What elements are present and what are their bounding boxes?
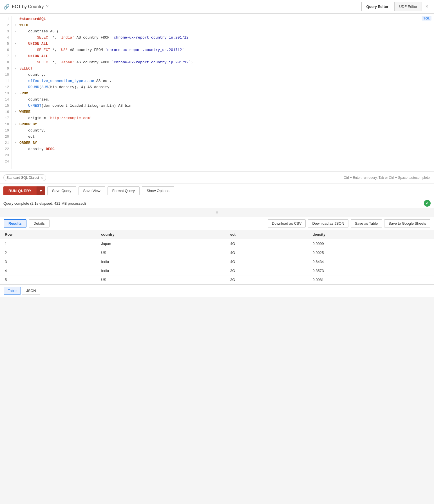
table-cell: India <box>97 266 226 275</box>
editor-container: SQL 123456789101112131415161718192021222… <box>0 14 434 172</box>
table-row: 1Japan4G0.9999 <box>0 239 434 248</box>
link-icon: 🔗 <box>3 4 10 10</box>
download-json-button[interactable]: Download as JSON <box>308 219 348 228</box>
fold-arrow-icon[interactable]: ▾ <box>15 140 18 146</box>
code-line: ▾WHERE <box>15 109 430 115</box>
help-icon[interactable]: ? <box>46 4 49 9</box>
save-to-sheets-button[interactable]: Save to Google Sheets <box>384 219 430 228</box>
table-row: 2US4G0.9025 <box>0 248 434 257</box>
table-row: 4India3G0.3573 <box>0 266 434 275</box>
code-line: SELECT *, 'India' AS country FROM `chrom… <box>15 35 430 41</box>
fold-arrow-icon[interactable]: ▾ <box>15 41 18 47</box>
page-title: ECT by Country <box>12 4 44 9</box>
table-cell: India <box>97 257 226 266</box>
table-cell: US <box>97 275 226 284</box>
code-line: countries, <box>15 97 430 103</box>
fold-arrow-icon[interactable]: ▾ <box>15 90 18 97</box>
save-as-table-button[interactable]: Save as Table <box>351 219 382 228</box>
tab-query-editor[interactable]: Query Editor <box>361 2 393 11</box>
download-csv-button[interactable]: Download as CSV <box>268 219 306 228</box>
code-line: effective_connection_type.name AS ect, <box>15 78 430 84</box>
code-line: density DESC <box>15 146 430 152</box>
table-cell: 0.9025 <box>308 248 434 257</box>
shortcut-hint: Ctrl + Enter: run query, Tab or Ctrl + S… <box>344 176 431 180</box>
save-view-button[interactable]: Save View <box>79 186 105 195</box>
bottom-tab-json[interactable]: JSON <box>22 287 40 295</box>
status-text: Query complete (2.1s elapsed, 421 MB pro… <box>3 201 86 206</box>
code-line: ROUND(SUM(bin.density), 4) AS density <box>15 84 430 90</box>
code-line: country, <box>15 72 430 78</box>
table-cell: 5 <box>0 275 97 284</box>
table-cell: 3G <box>226 275 308 284</box>
code-line: UNNEST(dom_content_loaded.histogram.bin)… <box>15 103 430 109</box>
run-button-group: RUN QUERY ▼ <box>3 186 45 195</box>
code-line: ▾ORDER BY <box>15 140 430 146</box>
header: 🔗 ECT by Country ? Query Editor UDF Edit… <box>0 0 434 14</box>
table-cell: 4G <box>226 248 308 257</box>
dialect-close-icon[interactable]: × <box>41 175 43 180</box>
results-table: Rowcountryectdensity 1Japan4G0.99992US4G… <box>0 230 434 284</box>
table-cell: 3 <box>0 257 97 266</box>
results-tab-results[interactable]: Results <box>4 219 26 228</box>
code-editor[interactable]: 123456789101112131415161718192021222324 … <box>0 14 434 171</box>
table-column-header: country <box>97 230 226 239</box>
code-line: ▾SELECT <box>15 66 430 72</box>
line-numbers: 123456789101112131415161718192021222324 <box>0 16 12 169</box>
table-cell: 0.6434 <box>308 257 434 266</box>
save-query-button[interactable]: Save Query <box>47 186 76 195</box>
table-cell: 0.0981 <box>308 275 434 284</box>
run-query-arrow-button[interactable]: ▼ <box>37 186 45 195</box>
table-cell: Japan <box>97 239 226 248</box>
code-line: #standardSQL <box>15 16 430 22</box>
table-column-header: density <box>308 230 434 239</box>
bottom-tab-table[interactable]: Table <box>4 287 21 295</box>
dialect-tag[interactable]: Standard SQL Dialect × <box>3 174 46 181</box>
table-cell: 2 <box>0 248 97 257</box>
tab-udf-editor[interactable]: UDF Editor <box>394 2 422 11</box>
dialect-bar: Standard SQL Dialect × Ctrl + Enter: run… <box>0 172 434 183</box>
fold-arrow-icon[interactable]: ▾ <box>15 121 18 128</box>
action-bar: RUN QUERY ▼ Save Query Save View Format … <box>0 183 434 198</box>
code-line: ▾ UNION ALL <box>15 41 430 47</box>
bottom-tabs: Table JSON <box>0 284 434 297</box>
fold-arrow-icon[interactable]: ▾ <box>15 22 18 28</box>
run-query-button[interactable]: RUN QUERY <box>3 186 37 195</box>
fold-arrow-icon[interactable]: ▾ <box>15 109 18 115</box>
format-query-button[interactable]: Format Query <box>108 186 140 195</box>
fold-arrow-icon[interactable]: ▾ <box>15 28 18 35</box>
status-check-icon: ✓ <box>424 200 431 207</box>
drag-divider[interactable]: ≡ <box>0 208 434 217</box>
table-cell: 0.3573 <box>308 266 434 275</box>
fold-arrow-icon[interactable]: ▾ <box>15 53 18 59</box>
table-row: 5US3G0.0981 <box>0 275 434 284</box>
table-cell: US <box>97 248 226 257</box>
table-cell: 1 <box>0 239 97 248</box>
code-lines[interactable]: #standardSQL▾WITH▾ countries AS ( SELECT… <box>12 16 434 169</box>
code-line: ▾ countries AS ( <box>15 28 430 35</box>
sql-badge: SQL <box>422 16 431 21</box>
dialect-label: Standard SQL Dialect <box>6 176 39 180</box>
fold-arrow-icon[interactable]: ▾ <box>15 66 18 72</box>
results-section: Results Details Download as CSV Download… <box>0 217 434 297</box>
code-line: origin = 'http://example.com' <box>15 115 430 121</box>
close-button[interactable]: × <box>423 3 431 11</box>
table-column-header: Row <box>0 230 97 239</box>
results-toolbar: Results Details Download as CSV Download… <box>0 217 434 230</box>
code-line: SELECT *, 'US' AS country FROM `chrome-u… <box>15 47 430 53</box>
code-line: country, <box>15 128 430 134</box>
table-cell: 3G <box>226 266 308 275</box>
header-left: 🔗 ECT by Country ? <box>3 4 48 10</box>
code-line: ▾WITH <box>15 22 430 28</box>
code-line: ect <box>15 134 430 140</box>
table-cell: 4 <box>0 266 97 275</box>
table-cell: 4G <box>226 239 308 248</box>
table-cell: 4G <box>226 257 308 266</box>
results-tab-details[interactable]: Details <box>29 219 50 228</box>
table-column-header: ect <box>226 230 308 239</box>
status-bar: Query complete (2.1s elapsed, 421 MB pro… <box>0 198 434 208</box>
header-right: Query Editor UDF Editor × <box>361 2 431 11</box>
table-row: 3India4G0.6434 <box>0 257 434 266</box>
code-line: SELECT *, 'Japan' AS country FROM `chrom… <box>15 59 430 66</box>
show-options-button[interactable]: Show Options <box>142 186 174 195</box>
table-cell: 0.9999 <box>308 239 434 248</box>
